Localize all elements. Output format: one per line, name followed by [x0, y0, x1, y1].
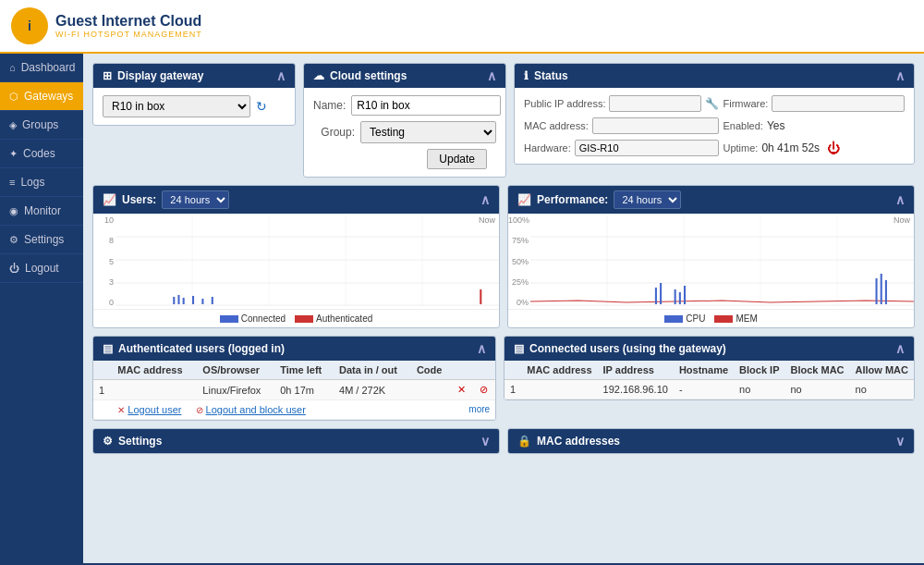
mac-row: MAC address:: [524, 117, 719, 134]
display-gateway-panel: ⊞ Display gateway ∧ R10 in box ↻: [92, 63, 296, 178]
public-ip-input[interactable]: [609, 95, 701, 112]
logout-user-link[interactable]: Logout user: [128, 404, 181, 415]
app-subtitle: WI-FI HOTSPOT MANAGEMENT: [55, 30, 202, 39]
cloud-icon: ☁: [313, 69, 324, 82]
display-gateway-card: ⊞ Display gateway ∧ R10 in box ↻: [92, 63, 296, 126]
sidebar-item-groups[interactable]: ◈ Groups: [0, 111, 83, 140]
svg-rect-11: [173, 297, 175, 304]
mac-addresses-title: MAC addresses: [537, 435, 620, 448]
enabled-value: Yes: [767, 119, 785, 132]
sidebar-item-codes[interactable]: ✦ Codes: [0, 140, 83, 168]
more-link[interactable]: more: [468, 404, 490, 414]
svg-rect-16: [212, 297, 213, 304]
performance-chart-header: 📈 Performance: 24 hours ∧: [508, 186, 914, 214]
auth-users-card: ▤ Authenticated users (logged in) ∧ MAC …: [92, 336, 496, 421]
mem-legend-color: [714, 315, 733, 323]
connected-users-header-left: ▤ Connected users (using the gateway): [514, 342, 726, 355]
svg-rect-32: [876, 278, 878, 304]
status-header-left: ℹ Status: [524, 69, 568, 82]
cpu-legend-label: CPU: [686, 313, 705, 324]
hardware-row: Hardware:: [524, 140, 719, 156]
connected-legend-color: [220, 315, 238, 323]
sidebar-item-gateways[interactable]: ⬡ Gateways: [0, 82, 83, 111]
groups-icon: ◈: [9, 119, 17, 131]
svg-text:i: i: [28, 18, 31, 33]
lock-icon: 🔒: [517, 435, 531, 448]
settings-header-left: ⚙ Settings: [103, 435, 162, 448]
sidebar-item-settings[interactable]: ⚙ Settings: [0, 226, 83, 254]
sidebar: ⌂ Dashboard ⬡ Gateways ◈ Groups ✦ Codes …: [0, 54, 83, 563]
auth-users-collapse-icon[interactable]: ∧: [477, 341, 486, 356]
status-icon: ℹ: [524, 69, 529, 82]
conn-col-allow-mac: Allow MAC: [850, 361, 914, 380]
users-chart-collapse-icon[interactable]: ∧: [480, 192, 490, 207]
svg-rect-29: [675, 289, 676, 304]
perf-trend-icon: 📈: [517, 193, 531, 206]
auth-users-panel: ▤ Authenticated users (logged in) ∧ MAC …: [92, 336, 496, 421]
gateway-icon: ⊞: [103, 69, 112, 82]
status-header: ℹ Status ∧: [515, 64, 914, 88]
sidebar-item-logout[interactable]: ⏻ Logout: [0, 254, 83, 283]
connected-users-collapse-icon[interactable]: ∧: [895, 341, 905, 356]
performance-chart-card: 📈 Performance: 24 hours ∧ 100% 75% 50: [507, 185, 915, 328]
logout-x-icon: ✕: [117, 405, 125, 415]
delete-icon[interactable]: ✕: [457, 384, 466, 395]
status-card: ℹ Status ∧ Public IP address: 🔧: [514, 63, 915, 165]
display-gateway-header: ⊞ Display gateway ∧: [93, 64, 295, 88]
block-icon[interactable]: ⊘: [480, 384, 488, 395]
cloud-group-select[interactable]: Testing: [360, 121, 496, 143]
public-ip-label: Public IP address:: [524, 98, 605, 109]
logout-block-link[interactable]: Logout and block user: [206, 404, 306, 415]
users-chart-header-left: 📈 Users: 24 hours: [103, 190, 229, 209]
performance-chart-body: 100% 75% 50% 25% 0%: [508, 214, 914, 309]
cloud-group-label: Group:: [313, 126, 355, 139]
performance-period-select[interactable]: 24 hours: [614, 190, 681, 209]
svg-rect-34: [885, 280, 887, 304]
svg-rect-17: [480, 289, 481, 304]
auth-col-num: [93, 361, 112, 380]
firmware-row: Firmware:: [723, 95, 905, 112]
row-3: ▤ Authenticated users (logged in) ∧ MAC …: [92, 336, 915, 421]
main-content: ⊞ Display gateway ∧ R10 in box ↻: [83, 54, 924, 563]
gateway-select[interactable]: R10 in box: [103, 95, 250, 117]
status-collapse-icon[interactable]: ∧: [895, 68, 905, 83]
uptime-value: 0h 41m 52s: [761, 141, 820, 154]
cloud-name-input[interactable]: [351, 95, 501, 116]
users-period-select[interactable]: 24 hours: [162, 190, 229, 209]
app-header: i Guest Internet Cloud WI-FI HOTSPOT MAN…: [0, 0, 924, 54]
auth-users-header: ▤ Authenticated users (logged in) ∧: [93, 337, 495, 361]
authenticated-legend-color: [295, 315, 313, 323]
auth-action-links: ✕ Logout user ⊘ Logout and block user mo…: [112, 400, 495, 420]
firmware-input[interactable]: [772, 95, 905, 112]
update-button[interactable]: Update: [427, 149, 487, 169]
conn-row-ip: 192.168.96.10: [598, 380, 674, 399]
wrench-icon[interactable]: 🔧: [705, 97, 719, 110]
mac-collapse-icon[interactable]: ∨: [895, 434, 905, 448]
settings-icon: ⚙: [9, 234, 18, 246]
power-icon[interactable]: ⏻: [827, 141, 840, 155]
refresh-icon[interactable]: ↻: [256, 99, 267, 114]
auth-col-data: Data in / out: [334, 361, 411, 380]
cloud-settings-panel: ☁ Cloud settings ∧ Name: Group:: [303, 63, 506, 178]
conn-row-block-ip: no: [734, 380, 784, 399]
auth-users-header-left: ▤ Authenticated users (logged in): [103, 342, 285, 355]
auth-col-os: OS/browser: [197, 361, 274, 380]
mem-legend-label: MEM: [736, 313, 757, 324]
cloud-settings-collapse-icon[interactable]: ∧: [487, 68, 496, 83]
users-chart-area: Now: [116, 214, 499, 309]
mac-input[interactable]: [592, 117, 720, 134]
settings-gear-icon: ⚙: [103, 435, 113, 448]
status-panel: ℹ Status ∧ Public IP address: 🔧: [514, 63, 915, 178]
sidebar-item-dashboard[interactable]: ⌂ Dashboard: [0, 54, 83, 82]
cloud-settings-header-left: ☁ Cloud settings: [313, 69, 407, 82]
hardware-input[interactable]: [575, 140, 720, 156]
auth-col-time: Time left: [274, 361, 334, 380]
sidebar-item-monitor[interactable]: ◉ Monitor: [0, 197, 83, 226]
sidebar-item-logs[interactable]: ≡ Logs: [0, 168, 83, 197]
performance-chart-collapse-icon[interactable]: ∧: [895, 192, 905, 207]
logo-icon: i: [11, 7, 48, 44]
settings-collapse-icon[interactable]: ∨: [480, 434, 490, 448]
monitor-icon: ◉: [9, 205, 18, 217]
display-gateway-collapse-icon[interactable]: ∧: [276, 68, 286, 83]
enabled-row: Enabled: Yes: [723, 117, 905, 134]
